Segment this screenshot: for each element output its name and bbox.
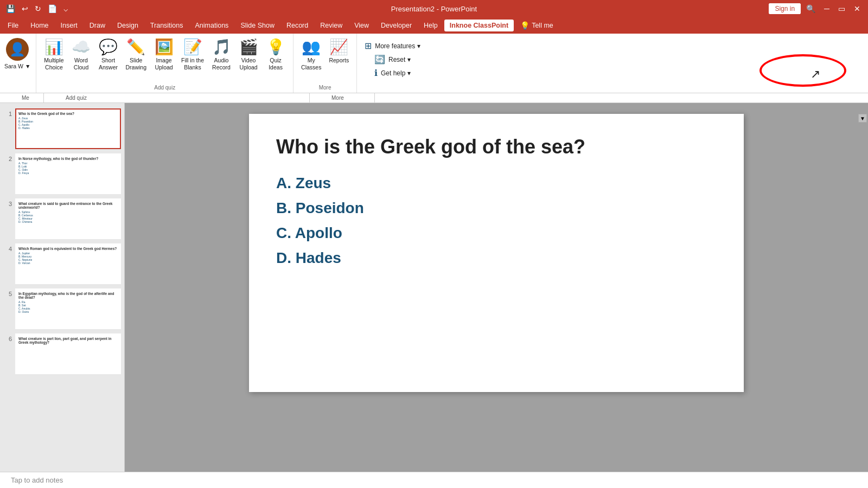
quiz-ideas-label: QuizIdeas (269, 57, 283, 70)
video-upload-label: VideoUpload (239, 57, 257, 70)
menu-animations[interactable]: Animations (190, 20, 234, 31)
slide-item-3[interactable]: 3 What creature is said to guard the ent… (2, 197, 122, 240)
slide-thumb-4-title: Which Roman god is equivalent to the Gre… (18, 247, 118, 251)
slide-item-5[interactable]: 5 In Egyptian mythology, who is the god … (2, 287, 122, 330)
menu-insert[interactable]: Insert (55, 20, 83, 31)
slide-item-2[interactable]: 2 In Norse mythology, who is the god of … (2, 152, 122, 195)
reports-button[interactable]: 📈 Reports (326, 36, 352, 66)
word-cloud-button[interactable]: ☁️ WordCloud (68, 36, 94, 73)
slide-content: Who is the Greek god of the sea? A. Zeus… (249, 114, 744, 296)
slide-thumb-6[interactable]: What creature is part lion, part goat, a… (15, 333, 121, 374)
menu-view[interactable]: View (349, 20, 374, 31)
minimize-button[interactable]: ─ (821, 3, 833, 14)
sign-in-button[interactable]: Sign in (769, 3, 801, 14)
save-icon[interactable]: 💾 (4, 4, 17, 13)
canvas-area: Who is the Greek god of the sea? A. Zeus… (125, 103, 868, 472)
section-add-quiz: Add quiz (44, 93, 310, 102)
menu-slideshow[interactable]: Slide Show (235, 20, 280, 31)
add-quiz-label: Add quiz (41, 85, 289, 93)
my-classes-icon: 👥 (302, 38, 321, 56)
help-icon: ℹ (374, 68, 378, 78)
more-features-label: More features ▾ (375, 42, 420, 50)
multiple-choice-button[interactable]: 📊 MultipleChoice (41, 36, 67, 73)
audio-record-label: AudioRecord (212, 57, 231, 70)
mouse-cursor-icon: ↗ (810, 67, 820, 81)
slide-item-4[interactable]: 4 Which Roman god is equivalent to the G… (2, 242, 122, 285)
reports-icon: 📈 (329, 38, 348, 56)
canvas-scrollbar: ▲ ▼ (859, 114, 866, 123)
menu-developer[interactable]: Developer (375, 20, 417, 31)
slide-thumb-1-title: Who is the Greek god of the sea? (18, 112, 118, 115)
my-classes-label: MyClasses (301, 57, 321, 70)
slide-number-6: 6 (3, 336, 12, 342)
slide-drawing-label: SlideDrawing (126, 57, 147, 70)
user-name[interactable]: Sara W ▼ (4, 63, 30, 69)
notes-bar: Tap to add notes (0, 472, 868, 488)
slide-thumb-4[interactable]: Which Roman god is equivalent to the Gre… (15, 243, 121, 284)
scroll-down-button[interactable]: ▼ (858, 114, 867, 123)
slide-thumb-2[interactable]: In Norse mythology, who is the god of th… (15, 153, 121, 194)
menu-home[interactable]: Home (25, 20, 54, 31)
ribbon-more-group: 👥 MyClasses 📈 Reports More (293, 34, 357, 93)
slide-number-3: 3 (3, 201, 12, 207)
notes-placeholder[interactable]: Tap to add notes (11, 476, 63, 484)
window-title: Presentation2 - PowerPoint (391, 5, 477, 13)
slide-answer-c: C. Apollo (276, 224, 717, 242)
slide-thumb-3[interactable]: What creature is said to guard the entra… (15, 198, 121, 239)
word-cloud-label: WordCloud (74, 57, 88, 70)
reset-label: Reset ▾ (388, 56, 411, 63)
title-bar: 💾 ↩ ↻ 📄 ⌵ Presentation2 - PowerPoint Sig… (0, 0, 868, 17)
menu-help[interactable]: Help (418, 20, 443, 31)
menu-classpoint[interactable]: Inknoe ClassPoint (444, 20, 514, 31)
classpoint-highlight-circle (760, 54, 846, 87)
slide-thumb-1[interactable]: Who is the Greek god of the sea? A. Zeus… (15, 108, 121, 149)
slide-thumb-5-content: A. RaB. SetC. AnubisD. Osiris (18, 300, 118, 313)
autosave-icon[interactable]: 📄 (46, 4, 59, 13)
slide-drawing-button[interactable]: ✏️ SlideDrawing (123, 36, 150, 73)
menu-transitions[interactable]: Transitions (145, 20, 189, 31)
menu-record[interactable]: Record (281, 20, 314, 31)
image-upload-button[interactable]: 🖼️ ImageUpload (151, 36, 177, 73)
menu-tellme[interactable]: 💡Tell me (515, 19, 559, 32)
ribbon-extra-group: ⊞ More features ▾ 🔄 Reset ▾ ℹ Get help ▾ (357, 34, 427, 93)
fill-blanks-button[interactable]: 📝 Fill in theBlanks (178, 36, 207, 73)
image-upload-icon: 🖼️ (155, 38, 174, 56)
search-icon[interactable]: 🔍 (803, 3, 819, 14)
slide-item-6[interactable]: 6 What creature is part lion, part goat,… (2, 332, 122, 375)
slide-item-1[interactable]: 1 Who is the Greek god of the sea? A. Ze… (2, 107, 122, 150)
customize-icon[interactable]: ⌵ (62, 4, 69, 13)
redo-icon[interactable]: ↻ (33, 4, 43, 13)
multiple-choice-icon: 📊 (44, 38, 63, 56)
fill-blanks-icon: 📝 (183, 38, 202, 56)
slide-thumb-5[interactable]: In Egyptian mythology, who is the god of… (15, 288, 121, 329)
slide-canvas[interactable]: Who is the Greek god of the sea? A. Zeus… (249, 114, 744, 392)
avatar[interactable]: 👤 (6, 38, 29, 61)
undo-icon[interactable]: ↩ (20, 4, 30, 13)
slide-thumb-3-content: A. SphinxB. CerberusC. MinotaurD. Chimer… (18, 210, 118, 223)
restore-button[interactable]: ▭ (835, 3, 848, 14)
audio-record-button[interactable]: 🎵 AudioRecord (208, 36, 234, 73)
section-more: More (310, 93, 375, 102)
ribbon-buttons: 📊 MultipleChoice ☁️ WordCloud 💬 ShortAns… (41, 36, 289, 85)
more-features-button[interactable]: ⊞ More features ▾ (361, 39, 423, 53)
menu-draw[interactable]: Draw (84, 20, 111, 31)
menu-file[interactable]: File (2, 20, 24, 31)
reset-button[interactable]: 🔄 Reset ▾ (371, 53, 414, 66)
my-classes-button[interactable]: 👥 MyClasses (298, 36, 324, 73)
slide-main-title: Who is the Greek god of the sea? (276, 136, 717, 158)
short-answer-icon: 💬 (99, 38, 118, 56)
slide-answer-d: D. Hades (276, 249, 717, 267)
short-answer-button[interactable]: 💬 ShortAnswer (95, 36, 122, 73)
menu-design[interactable]: Design (112, 20, 144, 31)
quiz-ideas-button[interactable]: 💡 QuizIdeas (263, 36, 289, 73)
close-button[interactable]: ✕ (851, 3, 864, 14)
video-upload-button[interactable]: 🎬 VideoUpload (235, 36, 261, 73)
slide-thumb-2-content: A. ThorB. LokiC. OdinD. Freya (18, 162, 118, 175)
menu-bar: File Home Insert Draw Design Transitions… (0, 17, 868, 34)
slide-thumb-6-title: What creature is part lion, part goat, a… (18, 337, 118, 344)
slide-thumb-4-content: A. JupiterB. MercuryC. NeptuneD. Vulcan (18, 252, 118, 265)
image-upload-label: ImageUpload (155, 57, 173, 70)
get-help-button[interactable]: ℹ Get help ▾ (371, 66, 414, 80)
menu-review[interactable]: Review (315, 20, 348, 31)
title-bar-controls: Sign in 🔍 ─ ▭ ✕ (769, 3, 864, 14)
